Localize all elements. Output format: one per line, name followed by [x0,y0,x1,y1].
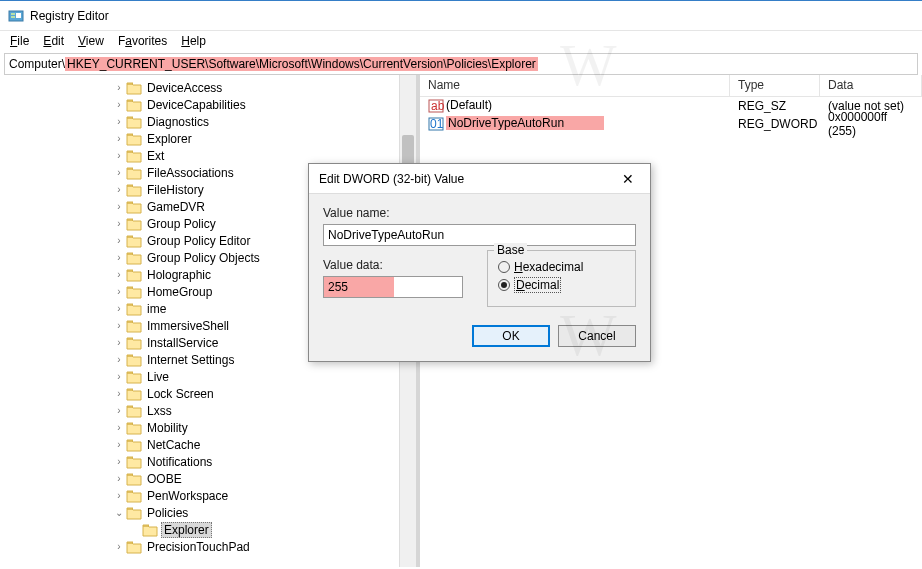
chevron-right-icon[interactable]: › [112,387,126,401]
close-icon[interactable]: ✕ [616,169,640,189]
chevron-right-icon[interactable]: › [112,370,126,384]
chevron-right-icon[interactable]: › [112,234,126,248]
chevron-right-icon[interactable]: › [112,183,126,197]
tree-item[interactable]: ›Explorer [0,130,416,147]
address-prefix: Computer\ [7,57,65,71]
folder-icon [126,353,142,367]
tree-item[interactable]: ›Mobility [0,419,416,436]
chevron-right-icon[interactable]: › [112,200,126,214]
svg-rect-1 [11,13,15,15]
tree-label: HomeGroup [145,285,214,299]
value-data-input[interactable]: 255 [323,276,463,298]
dialog-titlebar[interactable]: Edit DWORD (32-bit) Value ✕ [309,164,650,194]
chevron-right-icon[interactable]: › [112,285,126,299]
cancel-button[interactable]: Cancel [558,325,636,347]
menu-file[interactable]: File [4,32,35,50]
menu-help[interactable]: Help [175,32,212,50]
col-header-type[interactable]: Type [730,75,820,96]
folder-icon [126,336,142,350]
chevron-right-icon[interactable]: › [112,438,126,452]
list-row[interactable]: 011NoDriveTypeAutoRunREG_DWORD0x000000ff… [420,115,922,133]
chevron-right-icon[interactable]: › [112,421,126,435]
chevron-down-icon[interactable]: ⌄ [112,506,126,520]
folder-icon [142,523,158,537]
tree-item[interactable]: ›Live [0,368,416,385]
tree-item[interactable]: ›Lock Screen [0,385,416,402]
tree-item[interactable]: ›DeviceAccess [0,79,416,96]
value-name: (Default) [446,98,492,112]
value-data: 0x000000ff (255) [820,110,922,138]
tree-item[interactable]: ›Lxss [0,402,416,419]
base-group: Base Hexadecimal Decimal [487,250,636,307]
chevron-right-icon[interactable]: › [112,489,126,503]
ok-button[interactable]: OK [472,325,550,347]
tree-item[interactable]: ›Diagnostics [0,113,416,130]
base-legend: Base [494,243,527,257]
radio-hex-row[interactable]: Hexadecimal [498,260,625,274]
tree-item[interactable]: ›Notifications [0,453,416,470]
edit-dword-dialog: Edit DWORD (32-bit) Value ✕ Value name: … [308,163,651,362]
folder-icon [126,506,142,520]
chevron-right-icon[interactable]: › [112,132,126,146]
folder-icon [126,183,142,197]
tree-item[interactable]: Explorer [0,521,416,538]
folder-icon [126,319,142,333]
radio-dec-row[interactable]: Decimal [498,277,625,293]
folder-icon [126,285,142,299]
svg-text:011: 011 [430,117,444,131]
col-header-data[interactable]: Data [820,75,922,96]
chevron-right-icon[interactable]: › [112,353,126,367]
tree-label: PrecisionTouchPad [145,540,252,554]
col-header-name[interactable]: Name [420,75,730,96]
tree-label: ImmersiveShell [145,319,231,333]
tree-item[interactable]: ›DeviceCapabilities [0,96,416,113]
folder-icon [126,132,142,146]
chevron-right-icon[interactable]: › [112,81,126,95]
menu-favorites[interactable]: Favorites [112,32,173,50]
address-bar[interactable]: Computer\HKEY_CURRENT_USER\Software\Micr… [4,53,918,75]
folder-icon [126,489,142,503]
chevron-right-icon[interactable]: › [112,251,126,265]
chevron-right-icon[interactable]: › [112,98,126,112]
chevron-right-icon[interactable]: › [112,268,126,282]
svg-rect-3 [16,13,21,18]
expander-none[interactable] [128,523,142,537]
chevron-right-icon[interactable]: › [112,217,126,231]
chevron-right-icon[interactable]: › [112,115,126,129]
chevron-right-icon[interactable]: › [112,319,126,333]
tree-label: Lxss [145,404,174,418]
value-data-label: Value data: [323,258,463,272]
value-type: REG_DWORD [730,117,820,131]
tree-label: Holographic [145,268,213,282]
chevron-right-icon[interactable]: › [112,336,126,350]
svg-text:ab: ab [431,99,444,113]
dialog-title: Edit DWORD (32-bit) Value [319,172,464,186]
chevron-right-icon[interactable]: › [112,149,126,163]
chevron-right-icon[interactable]: › [112,302,126,316]
menu-view[interactable]: View [72,32,110,50]
chevron-right-icon[interactable]: › [112,166,126,180]
folder-icon [126,251,142,265]
tree-item[interactable]: ›PrecisionTouchPad [0,538,416,555]
menu-edit[interactable]: Edit [37,32,70,50]
tree-item[interactable]: ›Ext [0,147,416,164]
folder-icon [126,302,142,316]
chevron-right-icon[interactable]: › [112,455,126,469]
folder-icon [126,234,142,248]
tree-item[interactable]: ⌄Policies [0,504,416,521]
chevron-right-icon[interactable]: › [112,540,126,554]
tree-item[interactable]: ›NetCache [0,436,416,453]
radio-hex-label: Hexadecimal [514,260,583,274]
chevron-right-icon[interactable]: › [112,404,126,418]
radio-hex[interactable] [498,261,510,273]
radio-dec[interactable] [498,279,510,291]
tree-item[interactable]: ›PenWorkspace [0,487,416,504]
folder-icon [126,370,142,384]
folder-icon [126,268,142,282]
binary-value-icon: 011 [428,116,444,132]
tree-item[interactable]: ›OOBE [0,470,416,487]
tree-label: ime [145,302,168,316]
value-name-input[interactable]: NoDriveTypeAutoRun [323,224,636,246]
regedit-icon [8,8,24,24]
chevron-right-icon[interactable]: › [112,472,126,486]
